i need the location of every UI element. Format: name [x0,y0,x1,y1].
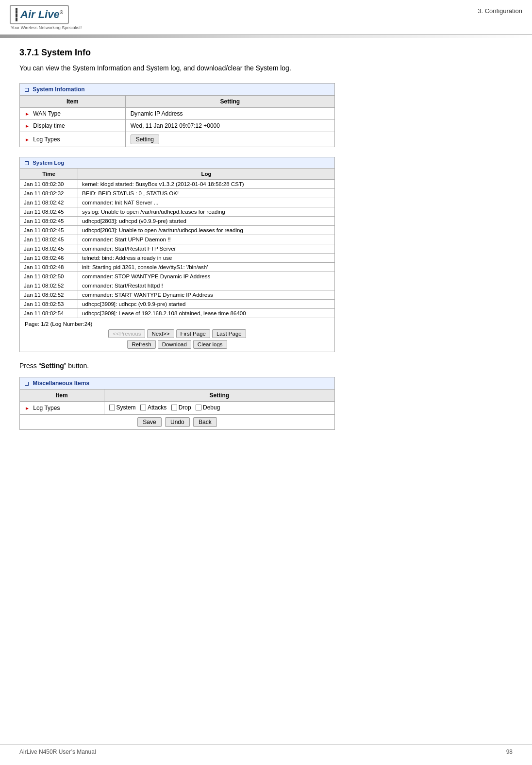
log-time: Jan 11 08:02:32 [20,189,78,198]
system-log-table: System Log Time Log Jan 11 08:02:30kerne… [19,157,335,318]
log-time: Jan 11 08:02:53 [20,300,78,309]
log-table-row: Jan 11 08:02:45commander: Start UPNP Dae… [20,235,335,244]
clear-logs-button[interactable]: Clear logs [193,340,227,349]
log-table-row: Jan 11 08:02:45udhcpd[2803]: udhcpd (v0.… [20,217,335,226]
footer-left: AirLive N450R User’s Manual [19,748,96,755]
log-message: commander: Start/Restart httpd ! [78,281,335,290]
misc-items-table: Miscellaneous Items Item Setting ► Log T… [19,377,335,430]
table-row: Save Undo Back [20,415,335,430]
undo-button[interactable]: Undo [165,417,190,427]
log-table-row: Jan 11 08:02:45commander: Start/Restart … [20,244,335,254]
section-description: You can view the System Information and … [19,63,513,73]
log-time: Jan 11 08:02:48 [20,263,78,272]
table-row: ► WAN Type Dynamic IP Address [20,108,335,120]
col-log-header: Log [78,169,335,180]
display-time-label: ► Display time [20,120,126,132]
log-message: syslog: Unable to open /var/run/udhcpd.l… [78,207,335,217]
log-message: telnetd: bind: Address already in use [78,254,335,263]
table-row: ► Log Types Setting [20,132,335,147]
misc-col-setting: Setting [104,390,334,402]
log-message: init: Starting pid 3261, console /dev/tt… [78,263,335,272]
log-message: udhcpc[3909]: Lease of 192.168.2.108 obt… [78,309,335,318]
download-button[interactable]: Download [158,340,191,349]
log-time: Jan 11 08:02:42 [20,198,78,207]
system-log-header: System Log [20,157,335,169]
misc-log-types-checkboxes: System Attacks Drop Debug [104,402,334,415]
log-table-row: Jan 11 08:02:54udhcpc[3909]: Lease of 19… [20,309,335,318]
navigation-buttons: <<Previous Next>> First Page Last Page [25,329,330,338]
page-footer: AirLive N450R User’s Manual 98 [0,744,532,755]
log-message: commander: Start/Restart FTP Server [78,244,335,254]
drop-checkbox[interactable] [171,405,177,410]
first-page-button[interactable]: First Page [176,329,210,338]
log-time: Jan 11 08:02:30 [20,180,78,189]
main-content: 3.7.1 System Info You can view the Syste… [0,38,532,440]
system-checkbox[interactable] [109,405,115,410]
log-time: Jan 11 08:02:52 [20,290,78,300]
chapter-label: 3. Configuration [478,5,522,15]
drop-checkbox-group: Drop [171,404,191,411]
log-message: udhcpd[2803]: udhcpd (v0.9.9-pre) starte… [78,217,335,226]
page-info: Page: 1/2 (Log Number:24) [25,321,330,327]
system-label: System [116,404,136,411]
next-button[interactable]: Next>> [147,329,174,338]
log-table-row: Jan 11 08:02:53udhcpc[3909]: udhcpc (v0.… [20,300,335,309]
prev-button[interactable]: <<Previous [108,329,145,338]
attacks-checkbox[interactable] [140,405,146,410]
arrow-icon: ► [25,137,32,142]
col-setting-header: Setting [125,96,334,108]
wan-type-value: Dynamic IP Address [125,108,334,120]
log-message: kernel: klogd started: BusyBox v1.3.2 (2… [78,180,335,189]
setting-button[interactable]: Setting [131,135,159,144]
log-time: Jan 11 08:02:52 [20,281,78,290]
col-item-header: Item [20,96,126,108]
arrow-icon: ► [25,123,32,129]
debug-checkbox[interactable] [196,405,201,410]
back-button[interactable]: Back [193,417,217,427]
section-icon [25,88,29,92]
attacks-checkbox-group: Attacks [140,404,166,411]
system-info-header: System Infomation [20,84,335,96]
log-time: Jan 11 08:02:45 [20,235,78,244]
log-table-row: Jan 11 08:02:52commander: START WANTYPE … [20,290,335,300]
log-time: Jan 11 08:02:45 [20,217,78,226]
signal-icon [16,8,17,21]
log-table-row: Jan 11 08:02:52commander: Start/Restart … [20,281,335,290]
log-table-row: Jan 11 08:02:32BEID: BEID STATUS : 0 , S… [20,189,335,198]
log-time: Jan 11 08:02:54 [20,309,78,318]
log-message: commander: Init NAT Server ... [78,198,335,207]
page-header: Air Live® Your Wireless Networking Speci… [0,0,532,35]
log-time: Jan 11 08:02:45 [20,244,78,254]
log-message: commander: START WANTYPE Dynamic IP Addr… [78,290,335,300]
log-time: Jan 11 08:02:45 [20,207,78,217]
wan-type-label: ► WAN Type [20,108,126,120]
log-message: BEID: BEID STATUS : 0 , STATUS OK! [78,189,335,198]
log-table-row: Jan 11 08:02:45syslog: Unable to open /v… [20,207,335,217]
misc-col-item: Item [20,390,104,402]
display-time-value: Wed, 11 Jan 2012 09:07:12 +0000 [125,120,334,132]
section-icon [25,382,29,386]
log-types-label: ► Log Types [20,132,126,147]
col-time-header: Time [20,169,78,180]
arrow-icon: ► [25,406,32,411]
log-table-row: Jan 11 08:02:42commander: Init NAT Serve… [20,198,335,207]
log-message: udhcpc[3909]: udhcpc (v0.9.9-pre) starte… [78,300,335,309]
refresh-button[interactable]: Refresh [127,340,155,349]
attacks-label: Attacks [148,404,166,411]
action-buttons-row: Refresh Download Clear logs [25,340,330,349]
table-row: ► Log Types System Attacks Drop [20,402,335,415]
save-button[interactable]: Save [137,417,161,427]
pagination-area: Page: 1/2 (Log Number:24) <<Previous Nex… [19,318,335,352]
log-table-row: Jan 11 08:02:48init: Starting pid 3261, … [20,263,335,272]
log-types-setting-cell: Setting [125,132,334,147]
log-time: Jan 11 08:02:45 [20,226,78,235]
log-table-row: Jan 11 08:02:45udhcpd[2803]: Unable to o… [20,226,335,235]
log-time: Jan 11 08:02:50 [20,272,78,281]
last-page-button[interactable]: Last Page [212,329,246,338]
log-message: udhcpd[2803]: Unable to open /var/run/ud… [78,226,335,235]
logo-tagline: Your Wireless Networking Specialist! [10,25,82,30]
press-setting-text: Press “Setting” button. [19,362,513,370]
log-table-row: Jan 11 08:02:46telnetd: bind: Address al… [20,254,335,263]
logo-box: Air Live® [10,5,69,24]
arrow-icon: ► [25,111,32,117]
